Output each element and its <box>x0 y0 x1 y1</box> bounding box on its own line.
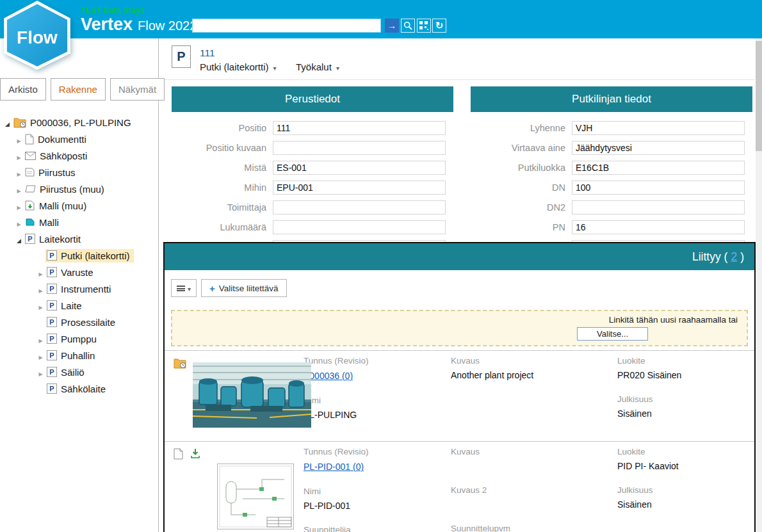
linked-item-row[interactable]: Tunnus (Revisio)P000036 (0) NimiPL-PULPI… <box>165 350 754 441</box>
dn-input[interactable] <box>572 181 745 195</box>
field-value: PR020 Sisäinen <box>617 370 748 380</box>
lyhenne-input[interactable] <box>572 121 745 135</box>
expand-arrow-icon[interactable] <box>14 217 24 228</box>
tab-nakymat[interactable]: Näkymät <box>110 78 165 101</box>
expand-arrow-icon[interactable] <box>36 367 45 378</box>
field-label: Julkisuus <box>617 394 748 404</box>
pn-input[interactable] <box>572 220 745 234</box>
mihin-input[interactable] <box>273 181 446 195</box>
tree-item-malli-muu[interactable]: Malli (muu) <box>0 197 158 214</box>
tree-item-malli[interactable]: Malli <box>0 214 158 230</box>
field-row: Mihin <box>172 177 453 197</box>
search-button[interactable] <box>401 19 415 33</box>
tree-item-label: Puhallin <box>61 350 95 361</box>
field-row: Virtaava aine <box>471 138 752 157</box>
field-row: DN <box>471 177 752 197</box>
expand-arrow-icon[interactable] <box>14 167 24 178</box>
expand-arrow-icon[interactable] <box>3 117 12 128</box>
expand-arrow-icon[interactable] <box>36 300 45 311</box>
model-download-icon <box>25 200 35 211</box>
grid-icon <box>419 21 428 30</box>
tree-item-pumppu[interactable]: PPumppu <box>0 330 158 347</box>
tree-item-putki[interactable]: PPutki (laitekortti) <box>0 247 158 264</box>
mista-input[interactable] <box>273 161 446 175</box>
folder-clock-icon <box>13 117 26 128</box>
expand-arrow-icon[interactable] <box>14 134 24 145</box>
search-icon <box>403 21 412 30</box>
field-label: Suunnittelija <box>304 525 451 532</box>
tree-item-laite[interactable]: PLaite <box>0 297 158 314</box>
project-tree: P000036, PL-PULPING Dokumentti Sähköpost… <box>0 114 158 397</box>
positio-input[interactable] <box>273 121 446 135</box>
tree-item-instrumentti[interactable]: PInstrumentti <box>0 280 158 297</box>
tools-menu[interactable]: Työkalut <box>296 61 339 72</box>
p-card-icon: P <box>47 300 57 310</box>
panel-title: Perustiedot <box>172 86 453 112</box>
link-dropzone[interactable]: Linkitä tähän uusi raahaamalla tai Valit… <box>171 310 748 346</box>
add-link-button-label: Valitse liitettävä <box>219 284 279 293</box>
folder-clock-icon <box>174 357 186 369</box>
field-label: Virtaava aine <box>471 143 572 153</box>
record-type-menu[interactable]: Putki (laitekortti) <box>200 61 277 72</box>
item-column: KuvausAnother plant project <box>451 356 617 436</box>
field-label: Lyhenne <box>471 123 572 133</box>
dn2-input[interactable] <box>572 200 745 214</box>
field-label: DN <box>471 182 572 193</box>
tree-item-root[interactable]: P000036, PL-PULPING <box>0 114 158 131</box>
toimittaja-input[interactable] <box>273 200 446 214</box>
add-link-button[interactable]: + Valitse liitettävä <box>201 279 287 297</box>
expand-arrow-icon[interactable] <box>36 284 45 294</box>
field-value <box>451 499 617 510</box>
tree-item-piirustus-muu[interactable]: Piirustus (muu) <box>0 181 158 197</box>
tree-item-sahkoposti[interactable]: Sähköposti <box>0 147 158 164</box>
item-id-link[interactable]: PL-PID-001 (0) <box>304 462 364 472</box>
saved-search-button[interactable] <box>417 19 431 33</box>
download-icon <box>190 448 200 459</box>
field-label: DN2 <box>471 202 572 213</box>
refresh-button[interactable] <box>432 19 446 33</box>
positio-kuvaan-input[interactable] <box>273 141 446 155</box>
vertical-scrollbar[interactable] <box>756 38 762 532</box>
expand-arrow-icon[interactable] <box>14 234 24 245</box>
tab-arkisto[interactable]: Arkisto <box>0 78 46 101</box>
global-search-input[interactable] <box>192 19 381 33</box>
environment-label: TEST Data Stays <box>81 6 144 15</box>
tree-item-piirustus[interactable]: Piirustus <box>0 164 158 181</box>
scrollbar-thumb[interactable] <box>756 41 762 151</box>
expand-arrow-icon[interactable] <box>14 150 24 161</box>
field-label: Kuvaus <box>451 356 617 366</box>
tree-item-prosessilaite[interactable]: PProsessilaite <box>0 314 158 330</box>
field-label: Kuvaus <box>451 447 617 456</box>
item-thumbnail-cell <box>172 447 304 532</box>
tree-item-varuste[interactable]: PVaruste <box>0 264 158 280</box>
virtaava-aine-input[interactable] <box>572 141 745 155</box>
tab-rakenne[interactable]: Rakenne <box>51 78 106 101</box>
expand-arrow-icon[interactable] <box>14 184 24 195</box>
field-label: Toimittaja <box>172 202 273 213</box>
lukumaara-input[interactable] <box>273 220 446 234</box>
tree-item-sailio[interactable]: PSäiliö <box>0 364 158 380</box>
tree-item-label: Malli <box>39 217 59 228</box>
tree-item-dokumentti[interactable]: Dokumentti <box>0 131 158 147</box>
search-submit-button[interactable] <box>385 19 399 33</box>
linked-item-row[interactable]: Tunnus (Revisio)PL-PID-001 (0) NimiPL-PI… <box>165 441 754 532</box>
project-thumbnail[interactable] <box>193 362 311 428</box>
expand-arrow-icon[interactable] <box>36 334 45 344</box>
pid-thumbnail[interactable] <box>217 463 294 529</box>
choose-file-button[interactable]: Valitse... <box>577 327 648 341</box>
item-column: Tunnus (Revisio)PL-PID-001 (0) NimiPL-PI… <box>304 447 451 532</box>
expand-arrow-icon[interactable] <box>36 267 45 278</box>
tree-item-laitekortit[interactable]: PLaitekortit <box>0 230 158 247</box>
expand-arrow-icon[interactable] <box>14 200 24 211</box>
list-menu-button[interactable] <box>171 279 197 297</box>
envelope-icon <box>25 152 36 160</box>
field-row: DN2 <box>471 197 752 217</box>
flow-logo[interactable]: Flow <box>1 0 73 70</box>
expand-arrow-icon[interactable] <box>36 350 45 361</box>
tree-item-puhallin[interactable]: PPuhallin <box>0 347 158 364</box>
putkiluokka-input[interactable] <box>572 161 745 175</box>
tree-item-sahkolaite[interactable]: PSähkölaite <box>0 380 158 397</box>
dialog-count-link[interactable]: 2 <box>731 250 737 264</box>
tree-item-label: Sähkölaite <box>61 383 106 394</box>
app-title: Vertex <box>81 15 133 34</box>
